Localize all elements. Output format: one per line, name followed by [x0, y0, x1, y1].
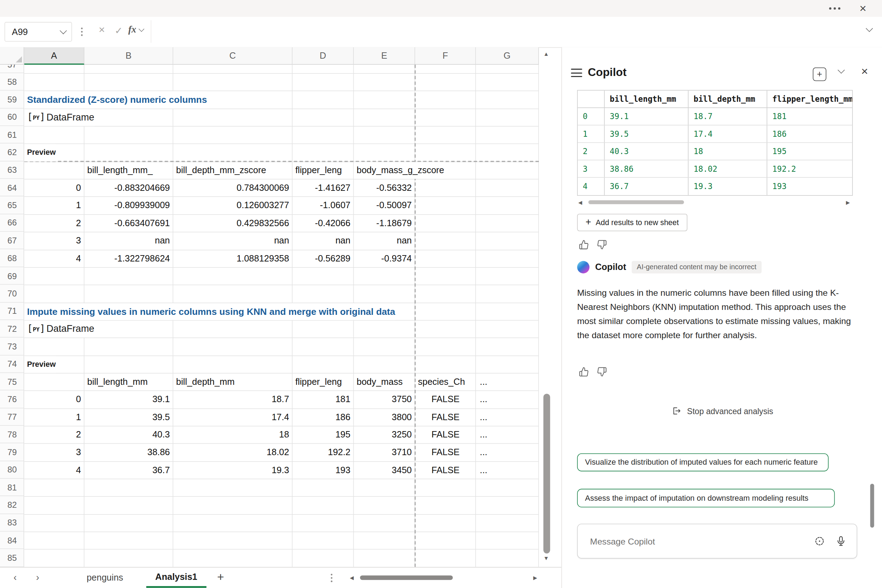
cell-C79[interactable]: 18.02	[173, 444, 292, 461]
row-header-66[interactable]: 66	[0, 214, 24, 232]
column-header-D[interactable]: D	[292, 47, 354, 64]
cell-B63[interactable]: bill_length_mm_	[84, 162, 174, 179]
cell-B75[interactable]: bill_length_mm	[84, 374, 174, 390]
cell-A77[interactable]: 1	[24, 409, 84, 426]
vertical-scrollbar[interactable]: ▲ ▼	[539, 47, 555, 567]
row-header-60[interactable]: 60	[0, 108, 24, 126]
menu-icon[interactable]	[571, 69, 582, 80]
row-header-77[interactable]: 77	[0, 408, 24, 426]
cell-C80[interactable]: 19.3	[173, 462, 292, 478]
cell-C64[interactable]: 0.784300069	[173, 180, 292, 196]
cell-D68[interactable]: -0.56289	[292, 250, 354, 267]
cell-G78[interactable]: ...	[476, 426, 539, 444]
scroll-left-icon[interactable]: ◀	[578, 200, 582, 205]
horizontal-scrollbar[interactable]: ◀ ▶	[348, 567, 542, 588]
row-header-80[interactable]: 80	[0, 461, 24, 479]
next-sheet-icon[interactable]: ›	[36, 572, 39, 584]
row-header-71[interactable]: 71	[0, 303, 24, 320]
new-chat-icon[interactable]: +	[813, 68, 826, 81]
cell-B78[interactable]: 40.3	[84, 426, 174, 444]
cell-E79[interactable]: 3710	[354, 444, 415, 461]
cell-D65[interactable]: -1.0607	[292, 197, 354, 214]
row-header-64[interactable]: 64	[0, 179, 24, 196]
scroll-up-icon[interactable]: ▲	[543, 51, 549, 57]
cell-A65[interactable]: 1	[24, 197, 84, 214]
row-header-57[interactable]: 57	[0, 64, 24, 73]
cell-G77[interactable]: ...	[476, 409, 539, 426]
add-sheet-button[interactable]: +	[217, 570, 224, 584]
row-header-68[interactable]: 68	[0, 249, 24, 267]
cell-D64[interactable]: -1.41627	[292, 180, 354, 196]
cell-D67[interactable]: nan	[292, 232, 354, 249]
collapse-panel-icon[interactable]	[837, 66, 844, 74]
row-header-81[interactable]: 81	[0, 479, 24, 496]
row-header-63[interactable]: 63	[0, 161, 24, 179]
cell-E78[interactable]: 3250	[354, 426, 415, 444]
cell-E66[interactable]: -1.18679	[354, 215, 415, 232]
row-header-62[interactable]: 62	[0, 144, 24, 162]
cell-C65[interactable]: 0.126003277	[173, 197, 292, 214]
column-header-E[interactable]: E	[354, 47, 415, 64]
horizontal-scrollbar-thumb[interactable]	[360, 575, 453, 580]
suggestion-chip[interactable]: Visualize the distribution of imputed va…	[577, 453, 829, 471]
cell-A78[interactable]: 2	[24, 426, 84, 444]
row-header-73[interactable]: 73	[0, 338, 24, 356]
cell-A62[interactable]: Preview	[24, 144, 56, 161]
sheet-tab-penguins[interactable]: penguins	[78, 567, 132, 588]
cell-G80[interactable]: ...	[476, 462, 539, 478]
thumbs-up-icon[interactable]	[579, 240, 589, 250]
cell-E77[interactable]: 3800	[354, 409, 415, 426]
grip-icon[interactable]	[81, 28, 82, 36]
row-header-79[interactable]: 79	[0, 444, 24, 461]
sheet-options-icon[interactable]	[331, 574, 333, 582]
close-panel-icon[interactable]: ×	[861, 64, 868, 78]
cell-G79[interactable]: ...	[476, 444, 539, 461]
cell-C78[interactable]: 18	[173, 426, 292, 444]
thumbs-down-icon[interactable]	[597, 240, 607, 250]
cell-E63[interactable]: body_mass_g_zscore	[354, 162, 444, 179]
row-header-67[interactable]: 67	[0, 232, 24, 249]
insert-function-button[interactable]: fx	[128, 24, 144, 35]
scroll-down-icon[interactable]: ▼	[543, 555, 549, 561]
cell-E67[interactable]: nan	[354, 232, 415, 249]
cell-G76[interactable]: ...	[476, 391, 539, 408]
cell-C68[interactable]: 1.088129358	[173, 250, 292, 267]
row-header-78[interactable]: 78	[0, 426, 24, 444]
row-header-75[interactable]: 75	[0, 373, 24, 390]
table-horizontal-scrollbar[interactable]: ◀ ▶	[577, 199, 854, 206]
column-header-F[interactable]: F	[415, 47, 476, 64]
cell-A80[interactable]: 4	[24, 462, 84, 478]
table-scrollbar-thumb[interactable]	[588, 200, 684, 204]
row-header-82[interactable]: 82	[0, 496, 24, 514]
row-header-69[interactable]: 69	[0, 267, 24, 285]
column-header-B[interactable]: B	[84, 47, 174, 64]
cell-A60[interactable]: PYDataFrame	[24, 109, 94, 126]
cell-C77[interactable]: 17.4	[173, 409, 292, 426]
prev-sheet-icon[interactable]: ‹	[14, 572, 16, 584]
cell-F76[interactable]: FALSE	[415, 391, 476, 408]
suggestion-chip[interactable]: Assess the impact of imputation on downs…	[577, 489, 835, 507]
cell-E68[interactable]: -0.9374	[354, 250, 415, 267]
cell-B68[interactable]: -1.322798624	[84, 250, 174, 267]
cell-E76[interactable]: 3750	[354, 391, 415, 408]
options-icon[interactable]	[814, 536, 825, 547]
cell-C66[interactable]: 0.429832566	[173, 215, 292, 232]
cell-A64[interactable]: 0	[24, 180, 84, 196]
cell-D77[interactable]: 186	[292, 409, 354, 426]
row-header-72[interactable]: 72	[0, 320, 24, 338]
row-header-74[interactable]: 74	[0, 355, 24, 373]
cell-D78[interactable]: 195	[292, 426, 354, 444]
window-close-icon[interactable]: ×	[860, 1, 867, 16]
cell-A71[interactable]: Impute missing values in numeric columns…	[24, 303, 395, 320]
name-box[interactable]: A99	[4, 22, 72, 42]
cell-D63[interactable]: flipper_leng	[292, 162, 354, 179]
cancel-entry-icon[interactable]: ×	[94, 24, 109, 36]
cell-B67[interactable]: nan	[84, 232, 174, 249]
cell-A68[interactable]: 4	[24, 250, 84, 267]
row-header-58[interactable]: 58	[0, 73, 24, 91]
cell-F80[interactable]: FALSE	[415, 462, 476, 478]
row-header-65[interactable]: 65	[0, 196, 24, 214]
cell-A74[interactable]: Preview	[24, 356, 56, 373]
cell-E65[interactable]: -0.50097	[354, 197, 415, 214]
cell-C75[interactable]: bill_depth_mm	[173, 374, 292, 390]
